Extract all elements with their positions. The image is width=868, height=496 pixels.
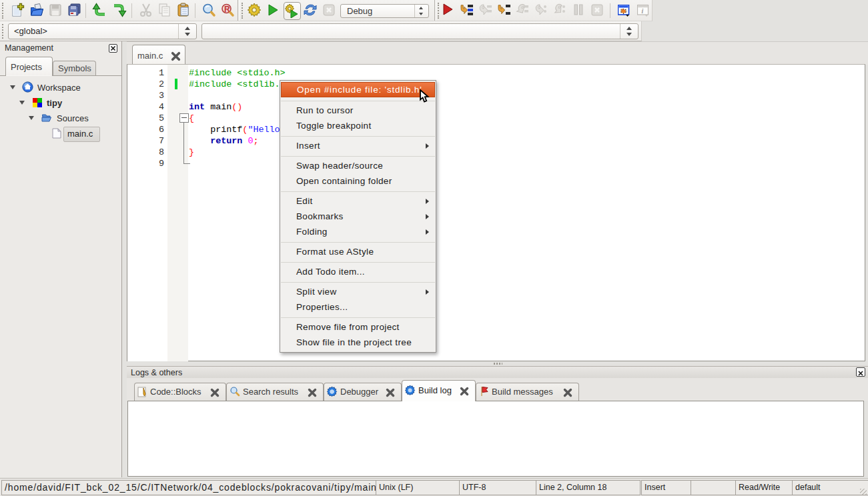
svg-text:R: R [224,5,230,14]
svg-text:i: i [642,7,644,15]
